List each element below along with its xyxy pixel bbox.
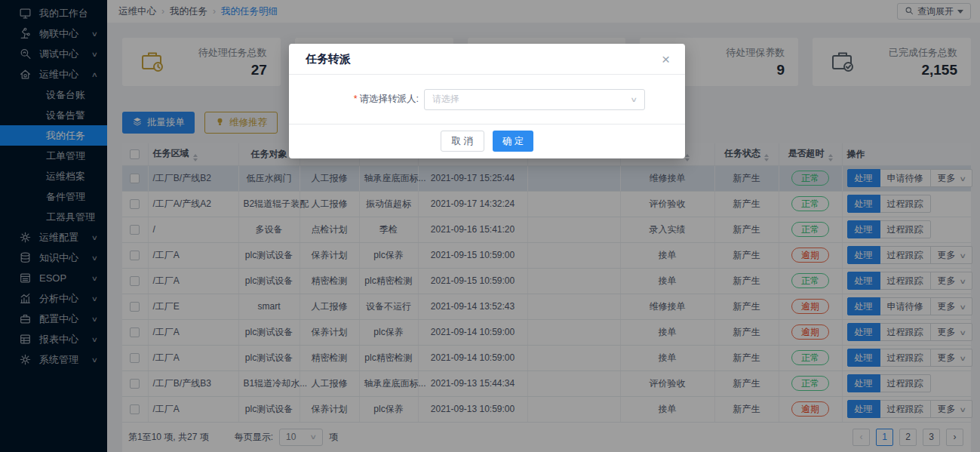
modal-body: *请选择转派人: 请选择 ∨ bbox=[289, 75, 685, 124]
assignee-select-placeholder: 请选择 bbox=[432, 93, 459, 106]
task-transfer-modal: 任务转派 × *请选择转派人: 请选择 ∨ 取 消 确 定 bbox=[289, 44, 685, 158]
assignee-select[interactable]: 请选择 ∨ bbox=[424, 89, 645, 110]
required-mark: * bbox=[354, 94, 358, 104]
cancel-button[interactable]: 取 消 bbox=[441, 131, 484, 152]
close-icon[interactable]: × bbox=[662, 52, 670, 66]
modal-header: 任务转派 × bbox=[289, 44, 685, 75]
assignee-field-label: *请选择转派人: bbox=[289, 93, 419, 106]
chevron-down-icon: ∨ bbox=[631, 96, 638, 103]
modal-footer: 取 消 确 定 bbox=[289, 124, 685, 158]
modal-title: 任务转派 bbox=[306, 52, 351, 66]
confirm-button[interactable]: 确 定 bbox=[493, 131, 533, 152]
app-root: 我的工作台物联中心∨调试中心∨运维中心∧设备台账设备告警我的任务工单管理运维档案… bbox=[0, 0, 980, 452]
